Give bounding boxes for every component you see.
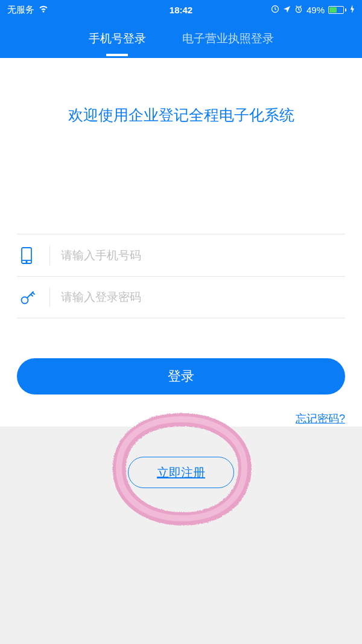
login-button[interactable]: 登录 (17, 358, 345, 394)
status-right: 49% (271, 5, 355, 15)
status-time: 18:42 (170, 5, 192, 15)
password-input[interactable] (61, 291, 345, 304)
welcome-title: 欢迎使用企业登记全程电子化系统 (17, 58, 345, 125)
tab-phone-login[interactable]: 手机号登录 (89, 25, 146, 53)
forgot-wrap: 忘记密码? (17, 411, 345, 426)
login-form (17, 234, 345, 318)
tab-license-login[interactable]: 电子营业执照登录 (182, 25, 274, 53)
register-button[interactable]: 立即注册 (128, 457, 234, 488)
divider (49, 288, 50, 307)
divider (49, 246, 50, 265)
wifi-icon (38, 5, 49, 15)
bottom-area: 立即注册 (0, 427, 362, 644)
content-area: 欢迎使用企业登记全程电子化系统 登录 忘记密码? (0, 58, 362, 427)
battery-percent: 49% (306, 5, 325, 15)
status-bar: 无服务 18:42 49% (0, 0, 362, 19)
status-left: 无服务 (7, 4, 49, 16)
carrier-text: 无服务 (7, 4, 34, 16)
location-icon (283, 5, 291, 15)
lock-rotation-icon (271, 5, 279, 15)
charging-icon (350, 5, 355, 15)
password-input-row (17, 276, 345, 318)
phone-input[interactable] (61, 249, 345, 262)
forgot-password-link[interactable]: 忘记密码? (296, 413, 345, 425)
battery-icon (328, 6, 346, 14)
alarm-icon (294, 5, 303, 15)
key-icon (17, 288, 49, 306)
tab-bar: 手机号登录 电子营业执照登录 (0, 19, 362, 58)
svg-point-4 (26, 261, 27, 262)
phone-icon (17, 246, 49, 265)
phone-input-row (17, 234, 345, 276)
